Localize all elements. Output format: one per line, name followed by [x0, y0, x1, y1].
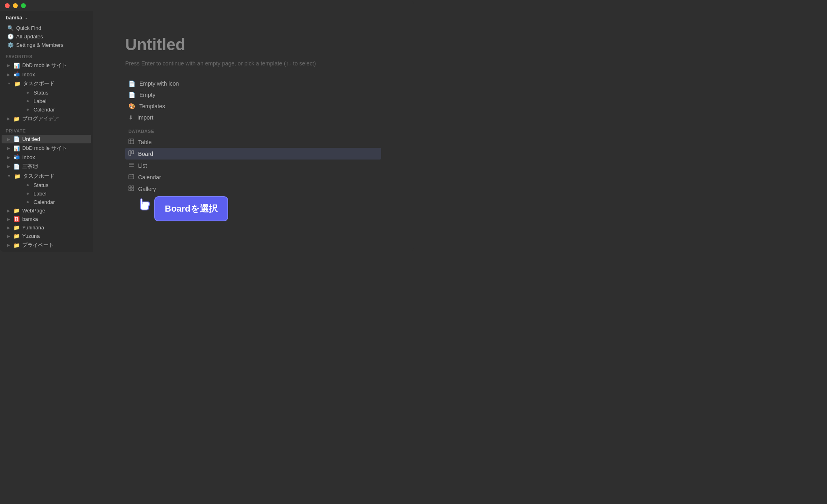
folder-icon: 📁: [13, 225, 20, 231]
db-section-label: DATABASE: [125, 123, 381, 136]
search-icon: 🔍: [7, 25, 14, 31]
sidebar-item-fav-3[interactable]: ▶ 📁 ブログアイデア: [2, 114, 91, 124]
svg-rect-12: [129, 186, 131, 188]
sidebar-item-priv-yuhihana[interactable]: ▶ 📁 Yuhihana: [2, 223, 91, 232]
calendar-icon: [128, 174, 134, 181]
sidebar-item-priv-dbd[interactable]: ▶ 📊 DbD mobile サイト: [2, 143, 91, 153]
import-icon: ⬇: [128, 114, 133, 121]
sidebar: bamka ⌄ 🔍 Quick Find 🕐 All Updates ⚙️ Se…: [0, 11, 93, 252]
workspace-header[interactable]: bamka ⌄: [0, 11, 93, 24]
workspace-name: bamka: [6, 15, 22, 21]
chart-icon: 📊: [13, 145, 20, 151]
sidebar-item-priv-untitled[interactable]: ▶ 📄 Untitled: [2, 135, 91, 143]
svg-rect-0: [129, 139, 134, 144]
callout-arrow: [129, 197, 157, 220]
arrow-icon: ▶: [7, 226, 10, 230]
sidebar-item-priv-webpage[interactable]: ▶ 📁 WebPage: [2, 206, 91, 215]
sidebar-item-fav-status[interactable]: Status: [2, 88, 91, 97]
folder-icon: 📁: [13, 116, 20, 122]
list-icon: [128, 162, 134, 169]
sidebar-item-fav-1[interactable]: ▶ 📬 Inbox: [2, 70, 91, 79]
gear-icon: ⚙️: [7, 42, 14, 48]
sidebar-item-fav-label[interactable]: Label: [2, 97, 91, 105]
svg-rect-15: [132, 189, 134, 191]
arrow-icon: ▶: [7, 234, 10, 238]
sidebar-item-priv-kakutei[interactable]: ▶ 📁 確定申告: [2, 250, 91, 252]
table-icon: [128, 139, 134, 145]
page-icon: 📄: [13, 164, 20, 170]
maximize-button[interactable]: [21, 3, 26, 8]
sidebar-item-settings[interactable]: ⚙️ Settings & Members: [2, 41, 91, 49]
arrow-icon: ▶: [7, 117, 10, 121]
svg-rect-3: [129, 151, 131, 155]
clock-icon: 🕐: [7, 34, 14, 40]
sidebar-item-allupdates[interactable]: 🕐 All Updates: [2, 32, 91, 41]
arrow-icon: ▶: [7, 209, 10, 213]
bamka-icon: 🅱️: [13, 216, 20, 222]
arrow-icon: ▶: [7, 146, 10, 150]
templates-icon: 🎨: [128, 103, 135, 109]
db-item-table[interactable]: Table: [125, 136, 381, 148]
page-hint: Press Enter to continue with an empty pa…: [125, 60, 381, 67]
page-icon: 📄: [128, 92, 135, 98]
arrow-icon: ▶: [7, 73, 10, 77]
sidebar-item-fav-2[interactable]: ▼ 📁 タスクボード: [2, 79, 91, 88]
board-icon: [128, 150, 134, 157]
private-label: PRIVATE: [0, 124, 93, 135]
db-item-gallery[interactable]: Gallery: [125, 183, 381, 195]
sidebar-item-priv-private[interactable]: ▶ 📁 プライベート: [2, 240, 91, 250]
db-item-board[interactable]: Board: [125, 148, 381, 160]
template-templates[interactable]: 🎨 Templates: [125, 101, 381, 112]
template-empty[interactable]: 📄 Empty: [125, 89, 381, 101]
svg-rect-14: [129, 189, 131, 191]
sidebar-item-priv-yuzuna[interactable]: ▶ 📁 Yuzuna: [2, 232, 91, 240]
page-title[interactable]: Untitled: [125, 36, 381, 54]
db-item-list[interactable]: List: [125, 160, 381, 171]
arrow-icon: ▶: [7, 155, 10, 160]
sidebar-item-priv-label[interactable]: Label: [2, 189, 91, 198]
sidebar-item-priv-cal[interactable]: Calendar: [2, 198, 91, 206]
folder-icon: 📁: [13, 208, 20, 214]
gallery-icon: [128, 185, 134, 192]
sidebar-item-fav-0[interactable]: ▶ 📊 DbD mobile サイト: [2, 61, 91, 70]
sidebar-item-priv-inbox[interactable]: ▶ 📬 Inbox: [2, 153, 91, 162]
folder-icon: 📁: [13, 252, 20, 252]
svg-rect-8: [129, 174, 134, 179]
titlebar: [0, 0, 414, 11]
arrow-icon: ▶: [7, 137, 10, 141]
dot-icon: [27, 100, 29, 102]
sidebar-item-priv-bamka[interactable]: ▶ 🅱️ bamka: [2, 215, 91, 223]
template-import[interactable]: ⬇ Import: [125, 112, 381, 123]
arrow-icon: ▶: [7, 164, 10, 168]
inbox-icon: 📬: [13, 71, 20, 78]
svg-rect-13: [132, 186, 134, 188]
minimize-button[interactable]: [13, 3, 18, 8]
dot-icon: [27, 193, 29, 195]
sidebar-item-priv-task[interactable]: ▼ 📁 タスクボード: [2, 171, 91, 181]
folder-icon: 📁: [14, 81, 21, 87]
template-empty-icon[interactable]: 📄 Empty with icon: [125, 78, 381, 89]
folder-icon: 📁: [13, 233, 20, 239]
favorites-label: FAVORITES: [0, 49, 93, 61]
sidebar-item-priv-status[interactable]: Status: [2, 181, 91, 189]
sidebar-item-priv-sangcha[interactable]: ▶ 📄 三茶廻: [2, 162, 91, 171]
page-icon: 📄: [128, 80, 135, 87]
callout-bubble: Boardを選択: [154, 196, 228, 221]
arrow-icon: ▼: [7, 82, 11, 86]
arrow-icon: ▶: [7, 243, 10, 247]
folder-icon: 📁: [14, 173, 21, 179]
close-button[interactable]: [5, 3, 10, 8]
arrow-icon: ▶: [7, 63, 10, 67]
sidebar-item-quickfind[interactable]: 🔍 Quick Find: [2, 24, 91, 32]
page-icon: 📊: [13, 63, 20, 69]
dot-icon: [27, 109, 29, 111]
folder-icon: 📁: [13, 242, 20, 248]
inbox-icon: 📬: [13, 154, 20, 160]
arrow-icon: ▶: [7, 217, 10, 221]
dot-icon: [27, 92, 29, 94]
svg-rect-4: [132, 151, 134, 154]
db-item-calendar[interactable]: Calendar: [125, 171, 381, 183]
arrow-icon: ▼: [7, 174, 11, 178]
main-content: Untitled Press Enter to continue with an…: [93, 11, 414, 252]
sidebar-item-fav-calendar[interactable]: Calendar: [2, 105, 91, 114]
